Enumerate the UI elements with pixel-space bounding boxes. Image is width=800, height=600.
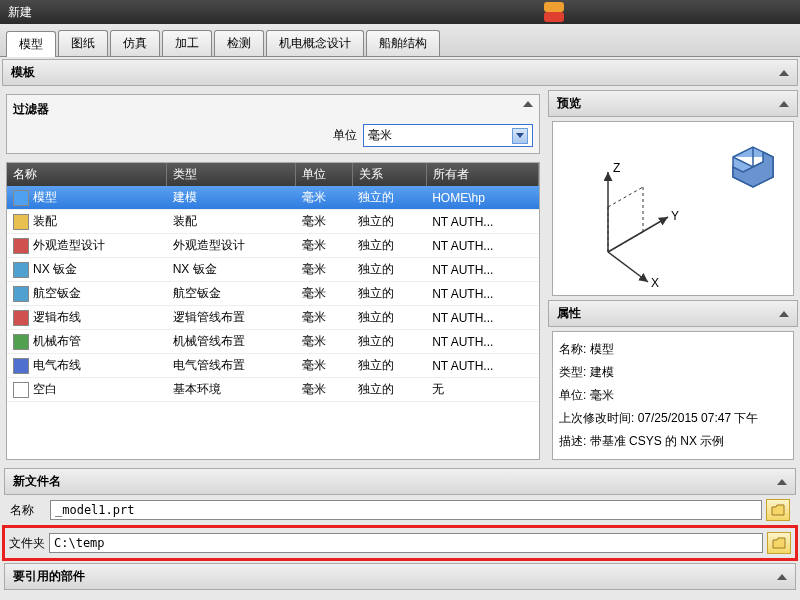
- table-row[interactable]: 电气布线电气管线布置毫米独立的NT AUTH...: [7, 354, 539, 378]
- unit-label: 单位: [333, 127, 357, 144]
- column-header[interactable]: 单位: [296, 163, 353, 186]
- table-row[interactable]: 外观造型设计外观造型设计毫米独立的NT AUTH...: [7, 234, 539, 258]
- unit-value: 毫米: [368, 127, 392, 144]
- template-icon: [13, 310, 29, 326]
- prop-modified-value: 07/25/2015 07:47 下午: [638, 411, 759, 425]
- table-row[interactable]: 机械布管机械管线布置毫米独立的NT AUTH...: [7, 330, 539, 354]
- templates-label: 模板: [11, 64, 35, 81]
- folder-icon: [772, 537, 786, 549]
- prop-type-value: 建模: [590, 365, 614, 379]
- prop-desc-label: 描述:: [559, 434, 586, 448]
- tab-2[interactable]: 仿真: [110, 30, 160, 56]
- help-icon[interactable]: [544, 2, 564, 12]
- filter-panel: 过滤器 单位 毫米: [6, 94, 540, 154]
- chevron-up-icon: [779, 101, 789, 107]
- svg-line-4: [608, 187, 643, 207]
- properties-panel: 名称: 模型 类型: 建模 单位: 毫米 上次修改时间: 07/25/2015 …: [552, 331, 794, 460]
- browse-name-button[interactable]: [766, 499, 790, 521]
- prop-unit-label: 单位:: [559, 388, 586, 402]
- axes-icon: Z Y X: [573, 162, 683, 292]
- preview-viewport[interactable]: Z Y X: [552, 121, 794, 296]
- template-icon: [13, 382, 29, 398]
- chevron-up-icon: [779, 311, 789, 317]
- refs-header[interactable]: 要引用的部件: [4, 563, 796, 590]
- newfile-label: 新文件名: [13, 473, 61, 490]
- tab-6[interactable]: 船舶结构: [366, 30, 440, 56]
- title-bar: 新建: [0, 0, 800, 24]
- name-input[interactable]: [50, 500, 762, 520]
- table-header-row: 名称类型单位关系所有者: [7, 163, 539, 186]
- tab-4[interactable]: 检测: [214, 30, 264, 56]
- preview-header[interactable]: 预览: [548, 90, 798, 117]
- chevron-up-icon[interactable]: [523, 101, 533, 107]
- folder-input[interactable]: [49, 533, 763, 553]
- svg-text:Y: Y: [671, 209, 679, 223]
- table-row[interactable]: 模型建模毫米独立的HOME\hp: [7, 186, 539, 210]
- tab-0[interactable]: 模型: [6, 31, 56, 57]
- column-header[interactable]: 类型: [167, 163, 296, 186]
- svg-line-2: [608, 252, 648, 282]
- template-table: 名称类型单位关系所有者 模型建模毫米独立的HOME\hp装配装配毫米独立的NT …: [6, 162, 540, 460]
- prop-name-value: 模型: [590, 342, 614, 356]
- table-row[interactable]: 装配装配毫米独立的NT AUTH...: [7, 210, 539, 234]
- folder-field-label: 文件夹: [9, 535, 49, 552]
- column-header[interactable]: 关系: [352, 163, 426, 186]
- templates-header[interactable]: 模板: [2, 59, 798, 86]
- tab-5[interactable]: 机电概念设计: [266, 30, 364, 56]
- tab-1[interactable]: 图纸: [58, 30, 108, 56]
- prop-name-label: 名称:: [559, 342, 586, 356]
- prop-desc-value: 带基准 CSYS 的 NX 示例: [590, 434, 725, 448]
- prop-type-label: 类型:: [559, 365, 586, 379]
- template-icon: [13, 358, 29, 374]
- browse-folder-button[interactable]: [767, 532, 791, 554]
- window-title: 新建: [8, 0, 32, 24]
- properties-header[interactable]: 属性: [548, 300, 798, 327]
- template-icon: [13, 286, 29, 302]
- svg-line-1: [608, 217, 668, 252]
- folder-icon: [771, 504, 785, 516]
- prop-unit-value: 毫米: [590, 388, 614, 402]
- column-header[interactable]: 所有者: [426, 163, 538, 186]
- table-row[interactable]: 航空钣金航空钣金毫米独立的NT AUTH...: [7, 282, 539, 306]
- svg-text:X: X: [651, 276, 659, 290]
- template-icon: [13, 214, 29, 230]
- newfile-header[interactable]: 新文件名: [4, 468, 796, 495]
- tab-bar: 模型图纸仿真加工检测机电概念设计船舶结构: [0, 24, 800, 57]
- name-field-label: 名称: [10, 502, 50, 519]
- filter-label: 过滤器: [13, 101, 49, 118]
- prop-modified-label: 上次修改时间:: [559, 411, 634, 425]
- tab-3[interactable]: 加工: [162, 30, 212, 56]
- unit-dropdown[interactable]: 毫米: [363, 124, 533, 147]
- refs-label: 要引用的部件: [13, 568, 85, 585]
- table-row[interactable]: 逻辑布线逻辑管线布置毫米独立的NT AUTH...: [7, 306, 539, 330]
- template-icon: [13, 238, 29, 254]
- preview-label: 预览: [557, 95, 581, 112]
- folder-highlight: 文件夹: [2, 525, 798, 561]
- table-row[interactable]: NX 钣金NX 钣金毫米独立的NT AUTH...: [7, 258, 539, 282]
- chevron-down-icon: [512, 128, 528, 144]
- table-row[interactable]: 空白基本环境毫米独立的无: [7, 378, 539, 402]
- chevron-up-icon: [777, 574, 787, 580]
- column-header[interactable]: 名称: [7, 163, 167, 186]
- close-icon[interactable]: [544, 12, 564, 22]
- properties-label: 属性: [557, 305, 581, 322]
- svg-text:Z: Z: [613, 162, 620, 175]
- chevron-up-icon: [777, 479, 787, 485]
- template-icon: [13, 190, 29, 206]
- chevron-up-icon: [779, 70, 789, 76]
- model-preview-icon: [723, 132, 783, 192]
- template-icon: [13, 262, 29, 278]
- template-icon: [13, 334, 29, 350]
